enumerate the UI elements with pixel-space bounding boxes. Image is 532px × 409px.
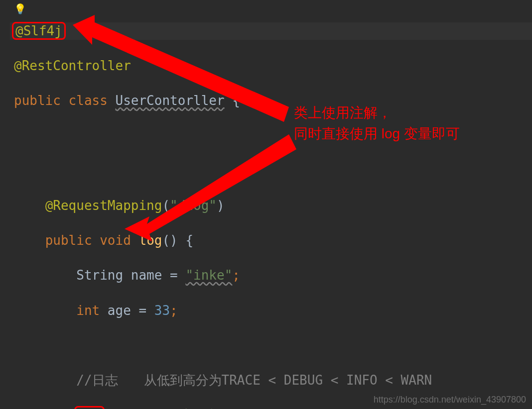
slf4j-annotation: @Slf4j <box>12 22 66 40</box>
code-line <box>10 337 532 354</box>
code-line: @RequestMapping("/log") <box>10 197 532 214</box>
watermark-text: https://blog.csdn.net/weixin_43907800 <box>374 395 526 405</box>
code-line: log.trace("日志输出 trace"); <box>10 407 532 409</box>
callout-text: 类上使用注解， 同时直接使用 log 变量即可 <box>294 102 460 144</box>
code-line: //日志别别从低到高分为TRACE < DEBUG < INFO < WARN <box>10 372 532 389</box>
class-name: UserContorller <box>116 93 225 108</box>
code-line: @Slf4j <box>10 22 532 40</box>
log-variable: log <box>74 406 105 409</box>
code-line: String name = "inke"; <box>10 267 532 284</box>
code-line: public void log() { <box>10 232 532 249</box>
code-line <box>10 162 532 180</box>
code-editor[interactable]: @Slf4j @RestController public class User… <box>0 0 532 409</box>
method-name: log <box>138 233 162 248</box>
restcontroller-annotation: @RestController <box>14 58 131 73</box>
code-line: int age = 33; <box>10 302 532 319</box>
comment-text: //日志 <box>76 373 118 388</box>
code-line: @RestController <box>10 57 532 75</box>
requestmapping-annotation: @RequestMapping <box>45 198 162 213</box>
